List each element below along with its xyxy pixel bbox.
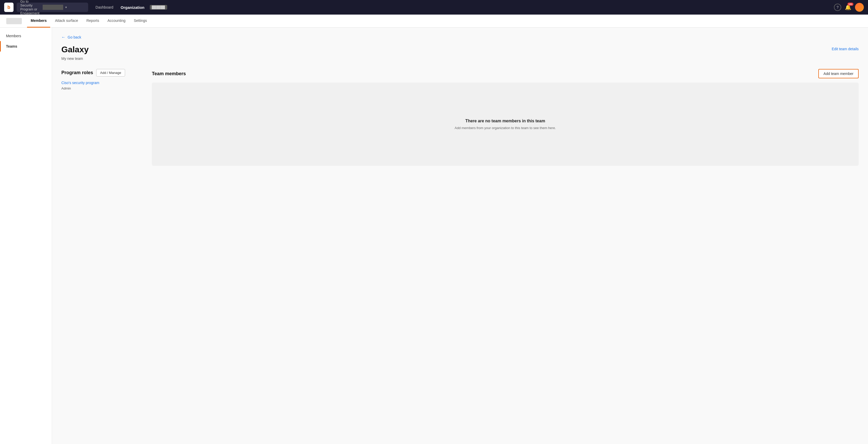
content-area: ← Go back Galaxy Edit team details My ne… bbox=[52, 28, 868, 444]
edit-team-details-link[interactable]: Edit team details bbox=[832, 47, 859, 51]
add-team-member-button[interactable]: Add team member bbox=[818, 69, 859, 78]
empty-members-panel: There are no team members in this team A… bbox=[152, 83, 859, 166]
help-button[interactable]: ? bbox=[834, 4, 841, 11]
sidebar-item-teams[interactable]: Teams bbox=[0, 41, 52, 52]
program-roles-title: Program roles bbox=[61, 70, 93, 76]
nav-organization[interactable]: Organization bbox=[121, 5, 145, 10]
topnav-right: ? 🔔 131 bbox=[834, 3, 864, 12]
program-roles-section: Program roles Add / Manage Ciso's securi… bbox=[61, 69, 140, 91]
go-back-link[interactable]: ← Go back bbox=[61, 35, 859, 39]
divider bbox=[43, 5, 63, 10]
team-name: Galaxy bbox=[61, 45, 89, 54]
sidebar: Members Teams bbox=[0, 28, 52, 444]
program-roles-header: Program roles Add / Manage bbox=[61, 69, 140, 77]
go-back-label: Go back bbox=[68, 35, 81, 39]
logo[interactable]: b bbox=[4, 3, 13, 12]
sidebar-item-members[interactable]: Members bbox=[0, 31, 52, 41]
help-icon: ? bbox=[837, 5, 839, 9]
team-members-header: Team members Add team member bbox=[152, 69, 859, 78]
tab-accounting[interactable]: Accounting bbox=[104, 14, 129, 28]
team-header: Galaxy Edit team details bbox=[61, 45, 859, 54]
org-logo-placeholder bbox=[6, 18, 22, 24]
team-members-section: Team members Add team member There are n… bbox=[152, 69, 859, 166]
avatar[interactable] bbox=[855, 3, 864, 12]
chevron-down-icon: ▾ bbox=[65, 5, 86, 9]
tab-settings[interactable]: Settings bbox=[130, 14, 151, 28]
org-badge: ██████ bbox=[150, 5, 167, 10]
tab-reports[interactable]: Reports bbox=[83, 14, 103, 28]
tab-attack-surface[interactable]: Attack surface bbox=[51, 14, 82, 28]
program-link[interactable]: Ciso's security program bbox=[61, 81, 140, 85]
team-members-title: Team members bbox=[152, 71, 186, 77]
sub-navigation: Members Attack surface Reports Accountin… bbox=[0, 14, 868, 28]
sections-row: Program roles Add / Manage Ciso's securi… bbox=[61, 69, 859, 166]
search-text: Go to Security Program or Engagement bbox=[20, 0, 40, 15]
add-manage-button[interactable]: Add / Manage bbox=[96, 69, 125, 77]
notifications-button[interactable]: 🔔 131 bbox=[845, 4, 851, 10]
empty-members-title: There are no team members in this team bbox=[465, 119, 545, 123]
tab-members[interactable]: Members bbox=[27, 14, 50, 28]
notification-badge: 131 bbox=[847, 3, 854, 6]
search-dropdown[interactable]: Go to Security Program or Engagement ▾ bbox=[17, 3, 88, 12]
top-navigation: b Go to Security Program or Engagement ▾… bbox=[0, 0, 868, 14]
team-description: My new team bbox=[61, 57, 859, 61]
nav-dashboard[interactable]: Dashboard bbox=[95, 5, 113, 9]
back-arrow-icon: ← bbox=[61, 35, 65, 39]
nav-links: Dashboard Organization ██████ bbox=[93, 5, 167, 10]
program-role-label: Admin bbox=[61, 86, 71, 90]
empty-members-description: Add members from your organization to th… bbox=[455, 126, 556, 130]
main-content: Members Teams ← Go back Galaxy Edit team… bbox=[0, 28, 868, 444]
